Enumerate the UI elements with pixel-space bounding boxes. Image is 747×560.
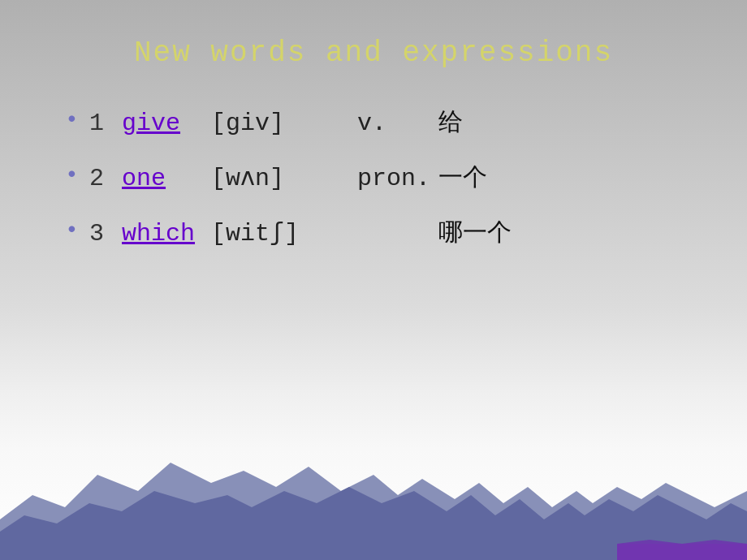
pos-one: pron.	[357, 159, 438, 198]
pos-give: v.	[357, 104, 438, 143]
slide: New words and expressions 1 give [giv] v…	[0, 0, 747, 560]
word-link-one[interactable]: one	[122, 159, 203, 198]
list-item: 2 one [wʌn] pron. 一个	[89, 157, 747, 198]
meaning-which: 哪一个	[438, 213, 512, 252]
meaning-one: 一个	[438, 157, 487, 196]
phonetic-give: [giv]	[211, 104, 357, 143]
meaning-give: 给	[438, 102, 463, 141]
list-item: 1 give [giv] v. 给	[89, 102, 747, 143]
word-number: 3	[89, 214, 122, 253]
phonetic-which: [witʃ]	[211, 214, 357, 253]
mountain-decoration	[0, 430, 747, 560]
word-link-give[interactable]: give	[122, 104, 203, 143]
word-list: 1 give [giv] v. 给 2 one [wʌn] pron. 一个 3…	[0, 102, 747, 253]
slide-title: New words and expressions	[0, 0, 747, 70]
list-item: 3 which [witʃ] 哪一个	[89, 213, 747, 253]
word-link-which[interactable]: which	[122, 214, 203, 253]
phonetic-one: [wʌn]	[211, 159, 357, 198]
word-number: 1	[89, 104, 122, 143]
word-number: 2	[89, 159, 122, 198]
